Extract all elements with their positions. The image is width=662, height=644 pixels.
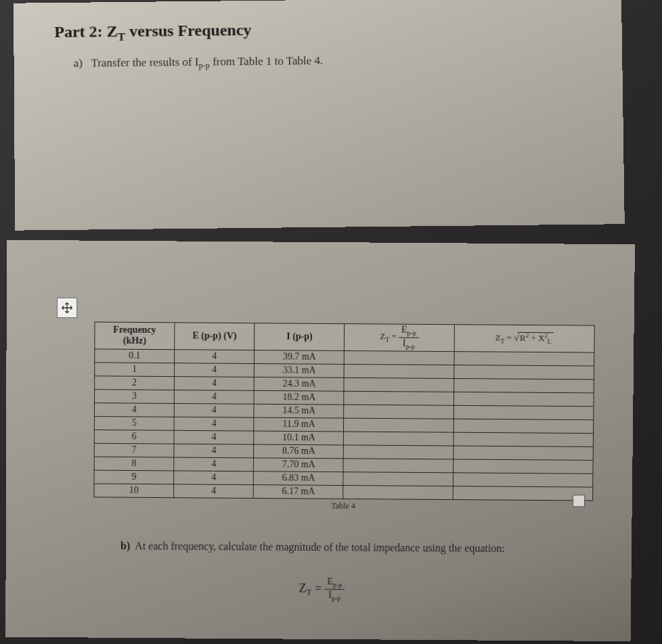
f1-den-sub: p-p [405,342,415,350]
page-lower-region: Frequency (kHz) E (p-p) (V) I (p-p) ZT =… [5,240,635,641]
cell-freq: 5 [94,416,174,430]
cell-e: 4 [174,457,254,472]
f2-z: Z [495,333,501,343]
cell-e: 4 [175,376,255,390]
item-b-text: At each frequency, calculate the magnitu… [135,540,504,554]
table-caption: Table 4 [93,499,593,513]
f2-r: R [520,333,526,343]
cell-e: 4 [174,417,254,431]
col-header-zt-sqrt: ZT = R2 + X2L [454,325,594,352]
cell-freq: 3 [95,389,175,403]
item-b-label: b) [120,540,130,551]
heading-subscript: T [118,30,126,43]
cell-i: 11.9 mA [254,417,344,432]
cell-i: 14.5 mA [254,404,344,418]
eqn-t: T [306,586,311,597]
f2-x: X [538,333,545,343]
cell-freq: 4 [94,402,174,417]
cell-freq: 7 [94,443,174,457]
checkbox[interactable] [573,495,585,507]
cell-zt2 [454,378,594,392]
cell-zt1 [343,472,453,486]
equation-zt: ZT = Ep-p Ip-p [53,575,591,603]
cell-zt2 [454,419,594,433]
eqn-num: E [327,576,333,586]
cell-zt2 [454,351,594,365]
cell-zt1 [344,445,454,459]
cell-e: 4 [174,430,254,444]
table-row: 1046.17 mA [94,484,593,501]
cell-freq: 1 [95,363,175,377]
col-header-ipp: I (p-p) [255,323,345,351]
cell-zt2 [453,473,592,487]
table-header-row: Frequency (kHz) E (p-p) (V) I (p-p) ZT =… [95,322,594,352]
cell-zt2 [454,459,594,474]
cell-zt1 [345,350,454,365]
cell-i: 6.83 mA [254,472,344,486]
cell-zt2 [454,405,594,419]
f1-t: T [385,336,389,343]
part2-heading: Part 2: ZT versus Frequency [54,18,581,45]
item-b: b) At each frequency, calculate the magn… [120,540,591,555]
cell-zt2 [454,392,594,406]
heading-suffix: versus Frequency [125,21,252,40]
cell-zt1 [344,459,454,473]
col-header-epp: E (p-p) (V) [175,323,255,350]
cell-zt1 [344,432,454,446]
cell-zt2 [454,432,594,446]
eqn-num-sub: p-p [333,580,342,588]
move-icon [60,301,74,315]
item-a-text1: Transfer the results of I [91,55,198,70]
cell-e: 4 [174,444,254,458]
item-a-text2: from Table 1 to Table 4. [210,54,324,68]
heading-prefix: Part 2: Z [54,22,118,41]
cell-i: 18.2 mA [254,390,344,405]
cell-i: 7.70 mA [254,458,344,472]
f1-num: E [401,325,407,335]
cell-e: 4 [174,471,254,485]
cell-i: 6.17 mA [254,484,344,499]
table-body: 0.1439.7 mA 1433.1 mA 2424.3 mA 3418.2 m… [94,349,594,501]
cell-zt2 [453,486,592,500]
item-a-label: a) [74,56,83,69]
page-upper-region: Part 2: ZT versus Frequency a) Transfer … [14,0,625,231]
cell-zt1 [344,377,454,392]
cell-e: 4 [175,349,255,363]
col-header-zt-ratio: ZT = Ep-p Ip-p [345,324,455,352]
cell-e: 4 [175,363,255,377]
cell-i: 39.7 mA [255,350,345,364]
cell-freq: 9 [94,470,174,484]
cell-freq: 0.1 [95,349,175,363]
f1-num-sub: p-p [407,329,416,337]
item-a-sub: p-p [198,61,209,70]
cell-e: 4 [174,484,254,499]
cell-freq: 2 [95,376,175,390]
cell-freq: 10 [94,484,174,498]
f2-t: T [501,338,505,344]
cell-zt1 [345,364,454,378]
item-a: a) Transfer the results of Ip-p from Tab… [74,51,582,72]
move-handle[interactable] [57,298,77,318]
cell-i: 8.76 mA [254,444,344,459]
freq-header-1: Frequency [113,325,156,335]
cell-zt1 [344,405,454,419]
cell-zt1 [344,418,454,432]
table-4-wrapper: Frequency (kHz) E (p-p) (V) I (p-p) ZT =… [93,322,594,513]
cell-i: 33.1 mA [255,363,345,377]
cell-e: 4 [174,403,254,417]
cell-zt2 [454,365,594,379]
cell-zt1 [344,391,454,405]
freq-header-2: (kHz) [123,336,146,346]
cell-freq: 6 [94,430,174,444]
f2-xl: L [548,338,552,345]
cell-freq: 8 [94,457,174,471]
eqn-den-sub: p-p [332,594,340,601]
cell-zt1 [343,485,453,499]
eqn-z: Z [299,581,306,595]
cell-e: 4 [175,390,255,404]
table-4: Frequency (kHz) E (p-p) (V) I (p-p) ZT =… [93,322,594,501]
cell-i: 10.1 mA [254,431,344,445]
cell-zt2 [454,446,594,460]
cell-i: 24.3 mA [255,377,345,391]
col-header-frequency: Frequency (kHz) [95,322,175,349]
